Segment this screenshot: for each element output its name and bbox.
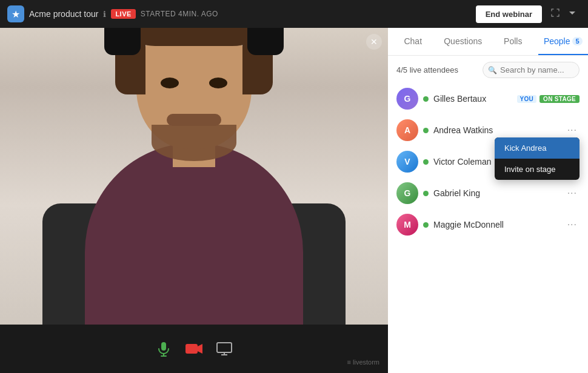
info-icon: ℹ: [103, 10, 106, 19]
attendee-row-maggie: M Maggie McDonnell ···: [388, 209, 588, 240]
main-content: ✕: [0, 28, 588, 373]
context-menu-andrea: Kick Andrea Invite on stage: [495, 137, 580, 180]
logo-icon: ★: [7, 5, 24, 22]
watermark-text: ≡ livestorm: [347, 358, 379, 366]
attendee-info-andrea: Andrea Watkins: [433, 125, 565, 135]
avatar-maggie-face: M: [396, 214, 418, 236]
search-icon: 🔍: [488, 66, 497, 74]
attendees-list: G Gilles Bertaux YOU ON STAGE A: [388, 83, 588, 373]
avatar-gabriel-face: G: [396, 182, 418, 204]
live-badge: LIVE: [111, 9, 135, 19]
tab-chat-label: Chat: [404, 36, 422, 46]
attendee-name-maggie: Maggie McDonnell: [433, 220, 565, 229]
avatar-andrea: A: [396, 119, 418, 141]
tab-polls-label: Polls: [504, 36, 522, 46]
top-bar: ★ Acme product tour ℹ LIVE STARTED 4MIN.…: [0, 0, 588, 28]
avatar-gilles: G: [396, 88, 418, 110]
attendee-name-gabriel: Gabriel King: [433, 188, 565, 198]
avatar-victor-face: V: [396, 151, 418, 173]
attendee-name-andrea: Andrea Watkins: [433, 125, 565, 135]
webinar-title: Acme product tour: [29, 9, 98, 19]
svg-rect-5: [217, 343, 232, 352]
video-container: ✕: [0, 28, 388, 325]
context-menu-kick[interactable]: Kick Andrea: [495, 137, 580, 159]
microphone-button[interactable]: [155, 340, 172, 357]
video-feed: [0, 28, 388, 325]
more-options-button[interactable]: [564, 5, 581, 23]
on-stage-badge-gilles: ON STAGE: [540, 95, 580, 103]
svg-rect-3: [185, 344, 198, 354]
video-controls: ≡ livestorm: [0, 325, 388, 373]
top-bar-left: ★ Acme product tour ℹ LIVE STARTED 4MIN.…: [7, 5, 476, 22]
context-menu-invite[interactable]: Invite on stage: [495, 159, 580, 180]
online-dot-gilles: [423, 96, 429, 102]
started-text: STARTED 4MIN. AGO: [141, 10, 218, 18]
right-panel: Chat Questions Polls People 5 4/5 live a…: [388, 28, 588, 373]
livestorm-watermark: ≡ livestorm: [347, 358, 379, 366]
more-button-andrea[interactable]: ···: [565, 124, 580, 136]
attendee-info-gilles: Gilles Bertaux YOU ON STAGE: [433, 94, 580, 104]
tab-chat[interactable]: Chat: [388, 28, 438, 55]
svg-rect-0: [161, 342, 166, 351]
camera-button[interactable]: [184, 340, 204, 357]
attendee-info-maggie: Maggie McDonnell: [433, 220, 565, 229]
avatar-gilles-face: G: [396, 88, 418, 110]
online-dot-victor: [423, 159, 429, 165]
avatar-andrea-face: A: [396, 119, 418, 141]
attendees-count: 4/5 live attendees: [396, 65, 458, 74]
avatar-gabriel: G: [396, 182, 418, 204]
svg-marker-4: [198, 344, 202, 354]
attendee-info-gabriel: Gabriel King: [433, 188, 565, 198]
online-dot-gabriel: [423, 191, 429, 196]
search-input-wrap: 🔍: [483, 62, 580, 78]
people-header: 4/5 live attendees 🔍: [388, 56, 588, 83]
end-webinar-button[interactable]: End webinar: [476, 5, 542, 23]
online-dot-andrea: [423, 128, 429, 133]
tab-polls[interactable]: Polls: [488, 28, 538, 55]
you-badge-gilles: YOU: [517, 95, 537, 103]
more-button-maggie[interactable]: ···: [565, 219, 580, 231]
tab-people-label: People: [544, 36, 570, 46]
video-area: ✕: [0, 28, 388, 373]
video-close-button[interactable]: ✕: [366, 34, 382, 50]
screen-share-button[interactable]: [216, 340, 233, 357]
tab-people[interactable]: People 5: [538, 28, 589, 55]
expand-button[interactable]: [547, 5, 564, 23]
attendee-row-gilles: G Gilles Bertaux YOU ON STAGE: [388, 83, 588, 114]
more-button-gabriel[interactable]: ···: [565, 187, 580, 199]
attendee-row-andrea: A Andrea Watkins ··· Kick Andrea Invite …: [388, 114, 588, 146]
avatar-maggie: M: [396, 214, 418, 236]
tabs-bar: Chat Questions Polls People 5: [388, 28, 588, 56]
online-dot-maggie: [423, 222, 429, 228]
people-content: 4/5 live attendees 🔍 G Gilles Bertaux: [388, 56, 588, 373]
tab-questions-label: Questions: [444, 36, 482, 46]
people-count-badge: 5: [572, 37, 582, 45]
tab-questions[interactable]: Questions: [438, 28, 489, 55]
search-input[interactable]: [483, 62, 580, 78]
attendee-row-gabriel: G Gabriel King ···: [388, 177, 588, 209]
attendee-name-gilles: Gilles Bertaux: [433, 94, 514, 104]
avatar-victor: V: [396, 151, 418, 173]
